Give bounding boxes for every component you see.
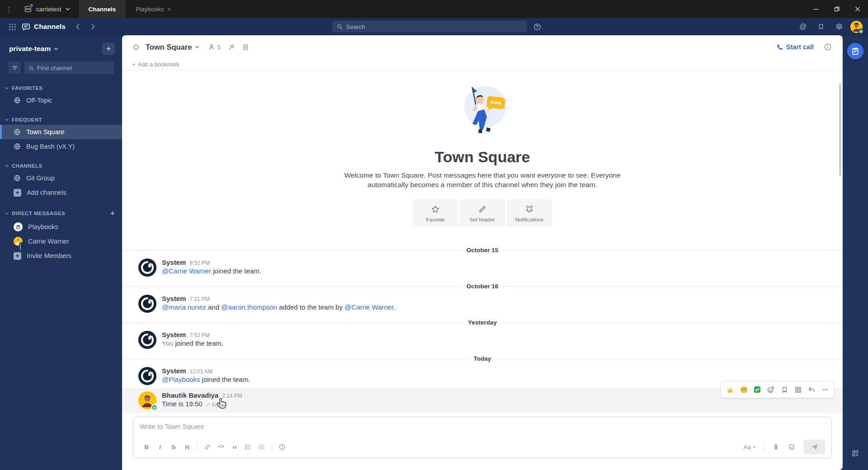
recent-mentions-button[interactable]: @ [796,20,810,33]
app-marketplace-button[interactable] [851,449,859,459]
mention-link[interactable]: @Playbooks [162,376,200,383]
post-actions-button[interactable] [792,383,804,396]
history-back-button[interactable] [71,20,85,33]
carrie-avatar [14,237,23,246]
sidebar-item-invite-members[interactable]: + Invite Members [0,249,122,263]
channel-intro: Town Square Welcome to Town Square. Post… [122,70,843,227]
heading-button[interactable]: H [180,441,194,453]
intro-set-header-button[interactable]: Set header [460,199,505,227]
channel-title-menu[interactable]: Town Square [146,43,200,52]
reply-button[interactable] [805,383,818,396]
bell-icon [525,205,534,214]
sidebar-item-carrie-warner[interactable]: Carrie Warner [0,234,122,249]
message-composer[interactable]: B I S H <> “ [133,417,832,458]
settings-button[interactable] [832,20,846,33]
category-channels[interactable]: CHANNELS [0,161,122,171]
emoji-picker-button[interactable] [785,441,798,453]
channel-info-button[interactable] [824,43,832,51]
mention-link[interactable]: @Carrie Warner [162,267,211,275]
find-channel-input[interactable] [37,65,110,71]
server-selector[interactable]: carrietest [18,0,79,18]
product-title: Channels [22,23,66,31]
category-frequent[interactable]: FREQUENT [0,115,122,125]
scrollbar-thumb[interactable] [839,83,841,176]
save-post-button[interactable] [778,383,791,396]
product-switcher-button[interactable] [5,20,19,33]
code-button[interactable]: <> [214,441,228,453]
search-input[interactable] [346,24,522,30]
category-direct-messages[interactable]: DIRECT MESSAGES + [0,207,122,220]
send-message-button[interactable] [804,440,825,454]
favorite-star-button[interactable] [132,43,140,51]
post-text: Time is 19:50 Edited [162,400,242,408]
bold-button[interactable]: B [140,441,153,453]
window-restore-button[interactable] [826,0,847,18]
pinned-posts-button[interactable] [228,43,235,51]
saved-posts-button[interactable] [814,20,828,33]
channel-files-button[interactable] [242,44,249,51]
app-menu-button[interactable]: ⋮ [0,0,18,18]
bullet-list-button[interactable] [241,441,255,453]
system-post[interactable]: System7:21 PM @maria.nunez and @aaron.th… [122,291,843,316]
sidebar-item-git-group[interactable]: Git Group [0,171,122,185]
post-sender[interactable]: System [162,258,186,266]
user-avatar[interactable] [850,21,863,33]
intro-favorite-button[interactable]: Favorite [413,199,458,227]
post-sender[interactable]: System [162,331,186,338]
kebab-menu-icon: ⋮ [5,5,13,14]
sidebar-item-playbooks-dm[interactable]: Playbooks [0,220,122,234]
message-input[interactable] [140,423,825,430]
info-circle-icon [824,43,832,51]
system-post[interactable]: System9:52 PM @Carrie Warner joined the … [122,255,843,280]
link-button[interactable] [201,441,214,453]
window-close-button[interactable] [847,0,868,18]
post-sender[interactable]: Bhautik Bavadiya [162,391,218,399]
attach-file-button[interactable] [769,441,783,453]
team-name[interactable]: private-team [9,45,51,53]
tab-channels[interactable]: Channels [79,0,126,18]
react-check-button[interactable] [751,383,764,396]
history-forward-button[interactable] [86,20,100,33]
system-post[interactable]: System7:52 PM You joined the team. [122,328,843,352]
post-sender[interactable]: System [162,367,186,375]
bhautik-avatar[interactable] [138,391,156,409]
search-icon [28,65,34,71]
help-button[interactable] [530,20,544,33]
quote-button[interactable]: “ [228,441,241,453]
channel-sidebar: private-team + FAVORITES Off-Topic [0,35,122,470]
sidebar-item-bug-bash[interactable]: Bug Bash (vX.Y) [0,139,122,154]
window-minimize-button[interactable] [806,0,826,18]
channel-members-button[interactable]: 5 [208,43,221,51]
category-favorites[interactable]: FAVORITES [0,83,122,93]
intro-notifications-button[interactable]: Notifications [507,199,552,227]
close-tab-icon[interactable]: × [168,6,171,13]
tab-playbooks[interactable]: Playbooks × [126,0,181,18]
mention-link[interactable]: @Carrie Warner [344,303,393,311]
sidebar-item-town-square[interactable]: Town Square [0,125,122,139]
system-avatar [138,258,156,277]
channel-filter-button[interactable] [8,61,21,74]
start-call-button[interactable]: Start call [776,43,814,51]
post-sender[interactable]: System [162,295,186,302]
react-thumbsup-button[interactable] [724,383,736,396]
sidebar-item-add-channels[interactable]: + Add channels [0,185,122,200]
find-channel-box[interactable] [24,61,114,74]
add-channels-plus-button[interactable]: + [102,42,115,55]
dm-name: Invite Members [27,252,71,259]
add-bookmark-button[interactable]: + Add a bookmark [122,59,843,70]
italic-button[interactable]: I [153,441,167,453]
react-smile-button[interactable] [737,383,750,396]
strikethrough-button[interactable]: S [167,441,180,453]
add-reaction-button[interactable] [764,383,777,396]
search-box[interactable] [332,21,527,33]
more-actions-button[interactable] [819,383,831,396]
numbered-list-button[interactable] [255,441,269,453]
playbooks-app-button[interactable] [847,43,863,59]
user-post-hovered[interactable]: Bhautik Bavadiya2:14 PM Time is 19:50 Ed… [122,388,843,413]
mention-link[interactable]: @aaron.thompson [221,303,277,311]
sidebar-item-off-topic[interactable]: Off-Topic [0,93,122,108]
new-direct-message-button[interactable]: + [110,209,115,217]
message-priority-button[interactable] [275,441,289,453]
mention-link[interactable]: @maria.nunez [162,303,206,311]
formatting-toggle-button[interactable]: Aa [741,441,759,453]
